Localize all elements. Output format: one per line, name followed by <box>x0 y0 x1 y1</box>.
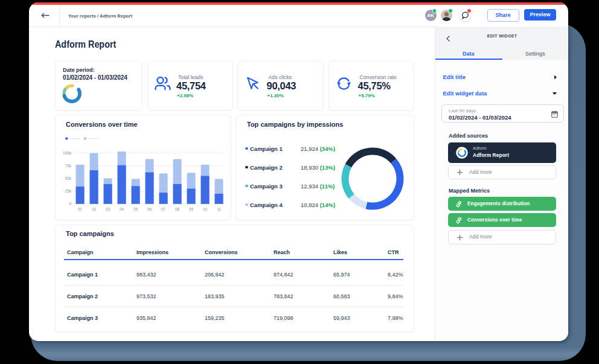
svg-text:08: 08 <box>175 207 180 211</box>
svg-text:01: 01 <box>78 207 83 211</box>
svg-text:50k: 50k <box>65 176 72 180</box>
svg-text:25k: 25k <box>65 189 72 193</box>
svg-text:05: 05 <box>133 207 138 211</box>
svg-text:0: 0 <box>69 202 71 206</box>
svg-text:02: 02 <box>92 207 97 211</box>
svg-text:10: 10 <box>203 207 208 211</box>
svg-text:100k: 100k <box>63 151 72 155</box>
svg-text:04: 04 <box>120 207 124 211</box>
svg-text:07: 07 <box>161 207 166 211</box>
svg-text:75k: 75k <box>65 164 72 168</box>
svg-text:06: 06 <box>147 207 152 211</box>
svg-text:03: 03 <box>106 207 111 211</box>
svg-text:11: 11 <box>217 207 221 211</box>
svg-text:09: 09 <box>189 207 194 211</box>
